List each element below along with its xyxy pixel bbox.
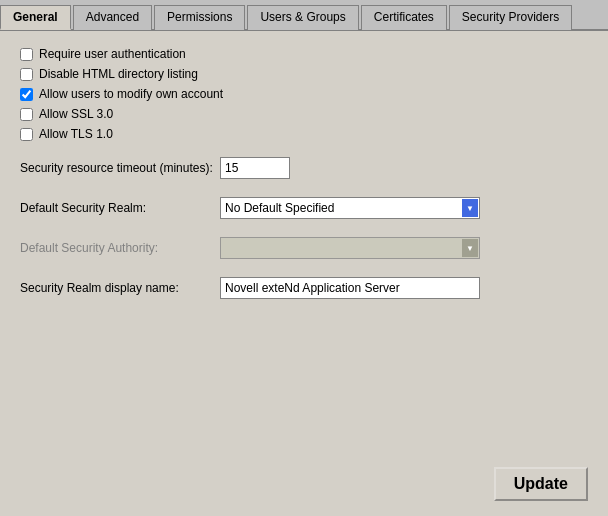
- require-auth-checkbox[interactable]: [20, 48, 33, 61]
- update-button[interactable]: Update: [494, 467, 588, 501]
- timeout-input[interactable]: [220, 157, 290, 179]
- authority-row: Default Security Authority:: [20, 237, 588, 259]
- tab-users-groups[interactable]: Users & Groups: [247, 5, 358, 30]
- allow-tls-row: Allow TLS 1.0: [20, 127, 588, 141]
- allow-ssl-checkbox[interactable]: [20, 108, 33, 121]
- authority-label: Default Security Authority:: [20, 241, 220, 255]
- timeout-row: Security resource timeout (minutes):: [20, 157, 588, 179]
- tab-general[interactable]: General: [0, 5, 71, 30]
- tab-certificates[interactable]: Certificates: [361, 5, 447, 30]
- allow-ssl-row: Allow SSL 3.0: [20, 107, 588, 121]
- tab-permissions[interactable]: Permissions: [154, 5, 245, 30]
- display-name-label: Security Realm display name:: [20, 281, 220, 295]
- content-area: Require user authentication Disable HTML…: [0, 31, 608, 516]
- allow-modify-label: Allow users to modify own account: [39, 87, 223, 101]
- disable-html-row: Disable HTML directory listing: [20, 67, 588, 81]
- allow-tls-label: Allow TLS 1.0: [39, 127, 113, 141]
- tab-bar: General Advanced Permissions Users & Gro…: [0, 0, 608, 31]
- tab-advanced[interactable]: Advanced: [73, 5, 152, 30]
- tab-security-providers[interactable]: Security Providers: [449, 5, 572, 30]
- realm-label: Default Security Realm:: [20, 201, 220, 215]
- timeout-label: Security resource timeout (minutes):: [20, 161, 220, 175]
- display-name-input[interactable]: [220, 277, 480, 299]
- realm-row: Default Security Realm: No Default Speci…: [20, 197, 588, 219]
- require-auth-label: Require user authentication: [39, 47, 186, 61]
- allow-ssl-label: Allow SSL 3.0: [39, 107, 113, 121]
- display-name-row: Security Realm display name:: [20, 277, 588, 299]
- disable-html-checkbox[interactable]: [20, 68, 33, 81]
- allow-tls-checkbox[interactable]: [20, 128, 33, 141]
- allow-modify-row: Allow users to modify own account: [20, 87, 588, 101]
- realm-select[interactable]: No Default Specified: [220, 197, 480, 219]
- disable-html-label: Disable HTML directory listing: [39, 67, 198, 81]
- authority-select-wrapper: [220, 237, 480, 259]
- realm-select-wrapper: No Default Specified: [220, 197, 480, 219]
- authority-select[interactable]: [220, 237, 480, 259]
- require-auth-row: Require user authentication: [20, 47, 588, 61]
- allow-modify-checkbox[interactable]: [20, 88, 33, 101]
